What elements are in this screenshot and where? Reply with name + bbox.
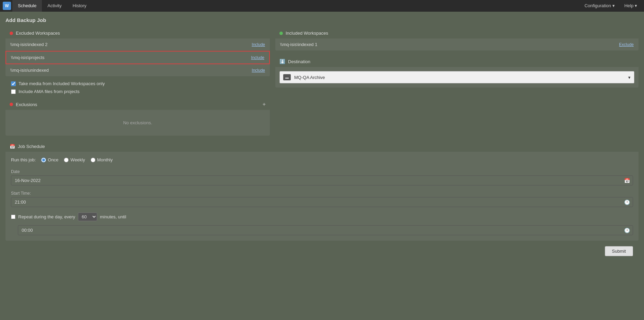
excluded-workspace-row-3: \\mq-isis\unindexed Include <box>5 64 270 76</box>
date-picker-icon[interactable]: 📅 <box>624 178 630 183</box>
radio-once-text: Once <box>48 157 58 162</box>
included-workspaces-header: Included Workspaces <box>275 28 639 38</box>
col-left: Excluded Workspaces \\mq-isis\indexed 2 … <box>5 28 270 136</box>
destination-body: ▬ MQ-QA Archive ▾ <box>275 67 639 88</box>
submit-row: Submit <box>5 246 639 262</box>
start-time-value: 21:00 <box>15 199 629 205</box>
start-time-field-group: Start Time: 21:00 🕐 <box>11 191 633 207</box>
tab-history[interactable]: History <box>67 0 92 12</box>
tab-activity[interactable]: Activity <box>42 0 67 12</box>
start-time-input-row[interactable]: 21:00 🕐 <box>11 197 633 207</box>
include-action-1[interactable]: Include <box>252 42 265 47</box>
repeat-label-before: Repeat during the day, every <box>18 214 75 219</box>
col-right: Included Workspaces \\mq-isis\indexed 1 … <box>275 28 639 136</box>
schedule-icon: 📅 <box>10 144 15 149</box>
radio-weekly[interactable] <box>64 158 69 162</box>
configuration-button[interactable]: Configuration ▾ <box>580 0 619 12</box>
add-exclusion-button[interactable]: + <box>263 102 266 107</box>
excluded-dot-icon <box>10 32 13 35</box>
until-time-clock-icon[interactable]: 🕐 <box>624 228 630 233</box>
destination-panel: ⬇️ Destination ▬ MQ-QA Archive ▾ <box>275 56 639 88</box>
destination-dropdown-arrow: ▾ <box>628 75 631 80</box>
destination-value: MQ-QA Archive <box>294 75 325 80</box>
until-time-row[interactable]: 00:00 🕐 <box>18 225 633 235</box>
start-time-label: Start Time: <box>11 191 633 196</box>
schedule-body: Run this job: Once Weekly Monthly Date <box>5 152 639 241</box>
submit-button[interactable]: Submit <box>605 246 633 256</box>
date-value: 16-Nov-2022 <box>15 178 629 183</box>
destination-icon: ⬇️ <box>279 59 285 64</box>
destination-select-inner: ▬ MQ-QA Archive <box>283 74 325 80</box>
repeat-label-after: minutes, until <box>100 214 126 219</box>
exclusions-panel: Exclusions + No exclusions. <box>5 99 270 136</box>
destination-header: ⬇️ Destination <box>275 56 639 67</box>
radio-weekly-label[interactable]: Weekly <box>64 157 85 162</box>
job-schedule-header: 📅 Job Schedule <box>5 141 639 152</box>
tab-schedule[interactable]: Schedule <box>12 0 42 12</box>
job-schedule-panel: 📅 Job Schedule Run this job: Once Weekly… <box>5 141 639 241</box>
include-action-2[interactable]: Include <box>251 55 264 60</box>
exclusions-empty: No exclusions. <box>5 110 270 136</box>
radio-once-label[interactable]: Once <box>41 157 58 162</box>
excluded-path-1: \\mq-isis\indexed 2 <box>10 42 47 47</box>
radio-once[interactable] <box>41 158 46 162</box>
take-media-row: Take media from Included Workspaces only <box>11 81 264 86</box>
include-action-3[interactable]: Include <box>252 68 265 73</box>
excluded-workspaces-header: Excluded Workspaces <box>5 28 270 38</box>
take-media-checkbox[interactable] <box>11 81 16 86</box>
run-job-row: Run this job: Once Weekly Monthly <box>11 157 633 162</box>
topnav: W Schedule Activity History Configuratio… <box>0 0 644 12</box>
checkboxes-section: Take media from Included Workspaces only… <box>5 76 270 99</box>
excluded-workspaces-panel: Excluded Workspaces \\mq-isis\indexed 2 … <box>5 28 270 76</box>
radio-monthly[interactable] <box>91 158 95 162</box>
include-ama-checkbox[interactable] <box>11 89 16 94</box>
take-media-label: Take media from Included Workspaces only <box>19 81 105 86</box>
app-logo: W <box>3 2 11 10</box>
exclude-action-1[interactable]: Exclude <box>619 42 634 47</box>
include-ama-row: Include AMA files from projects <box>11 89 264 94</box>
included-dot-icon <box>279 32 283 35</box>
start-time-clock-icon[interactable]: 🕐 <box>624 199 630 205</box>
repeat-minutes-select[interactable]: 60 15 30 120 <box>78 213 97 221</box>
radio-monthly-label[interactable]: Monthly <box>91 157 113 162</box>
page-title: Add Backup Job <box>5 17 639 23</box>
include-ama-label: Include AMA files from projects <box>19 89 80 94</box>
excluded-workspace-row-2: \\mq-isis\projects Include <box>5 51 270 64</box>
date-field-group: Date 16-Nov-2022 📅 <box>11 169 633 185</box>
date-label: Date <box>11 169 633 174</box>
radio-monthly-text: Monthly <box>97 157 113 162</box>
exclusions-header: Exclusions + <box>5 99 270 110</box>
until-time-value: 00:00 <box>22 228 629 233</box>
destination-select[interactable]: ▬ MQ-QA Archive ▾ <box>279 71 634 83</box>
date-input-row[interactable]: 16-Nov-2022 📅 <box>11 175 633 185</box>
drive-icon: ▬ <box>283 74 291 80</box>
repeat-checkbox[interactable] <box>11 215 15 219</box>
excluded-path-3: \\mq-isis\unindexed <box>10 68 49 73</box>
topnav-right: Configuration ▾ Help ▾ <box>580 0 641 12</box>
help-button[interactable]: Help ▾ <box>620 0 641 12</box>
excluded-path-2: \\mq-isis\projects <box>11 55 45 60</box>
included-path-1: \\mq-isis\indexed 1 <box>280 42 317 47</box>
excluded-workspace-row-1: \\mq-isis\indexed 2 Include <box>5 38 270 51</box>
repeat-row: Repeat during the day, every 60 15 30 12… <box>11 213 633 221</box>
top-two-col: Excluded Workspaces \\mq-isis\indexed 2 … <box>5 28 639 136</box>
exclusions-header-left: Exclusions <box>10 102 37 107</box>
included-workspaces-panel: Included Workspaces \\mq-isis\indexed 1 … <box>275 28 639 50</box>
radio-weekly-text: Weekly <box>70 157 85 162</box>
run-job-label: Run this job: <box>11 157 36 162</box>
exclusions-dot-icon <box>10 103 13 106</box>
included-workspace-row-1: \\mq-isis\indexed 1 Exclude <box>275 38 639 50</box>
page-content: Add Backup Job Excluded Workspaces \\mq-… <box>0 12 644 267</box>
